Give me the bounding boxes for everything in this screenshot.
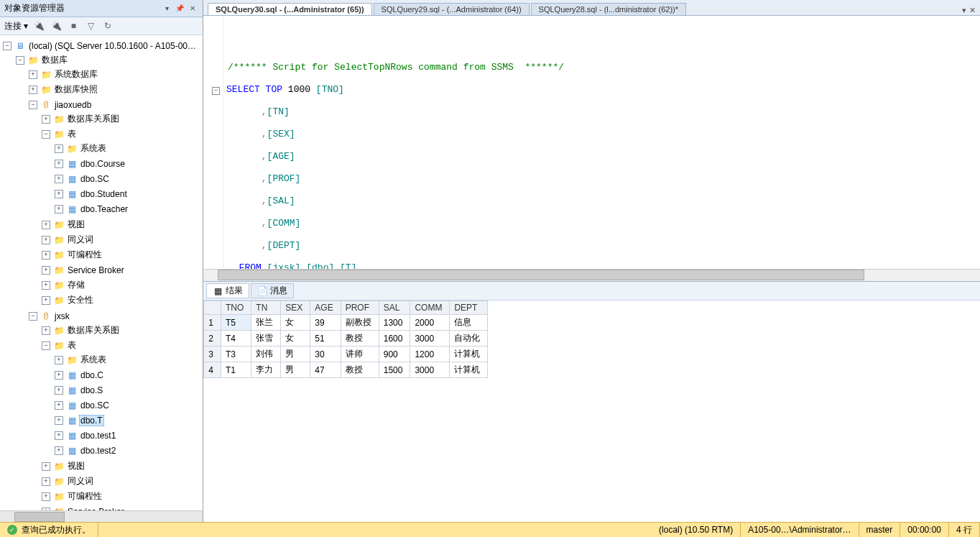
cell-sal[interactable]: 1500	[379, 362, 410, 378]
expand-toggle[interactable]: +	[42, 266, 50, 275]
cell-sex[interactable]: 男	[281, 346, 310, 362]
views-node[interactable]: 视图	[66, 219, 86, 231]
db-diagram-node[interactable]: 数据库关系图	[66, 113, 121, 125]
table-row[interactable]: 1T5张兰女39副教授13002000信息	[204, 315, 488, 331]
sql-editor[interactable]: /****** Script for SelectTopNRows comman…	[203, 16, 980, 269]
tab-results[interactable]: ▦ 结果	[206, 283, 249, 298]
table-dbo-s[interactable]: dbo.S	[79, 385, 104, 395]
expand-toggle[interactable]: +	[55, 160, 63, 168]
cell-tn[interactable]: 张雪	[251, 331, 281, 346]
cell-comm[interactable]: 3000	[410, 331, 450, 346]
cell-sal[interactable]: 900	[379, 346, 410, 362]
object-tree[interactable]: −🖥(local) (SQL Server 10.50.1600 - A105-…	[0, 35, 203, 510]
expand-toggle[interactable]: +	[42, 326, 50, 335]
col-sex[interactable]: SEX	[281, 301, 310, 315]
expand-toggle[interactable]: +	[55, 446, 63, 455]
tab-messages[interactable]: 📄 消息	[251, 283, 294, 298]
cell-tno[interactable]: T1	[221, 362, 251, 378]
expand-toggle[interactable]: +	[42, 477, 50, 486]
pin-icon[interactable]: 📌	[174, 4, 185, 14]
expand-toggle[interactable]: +	[42, 462, 50, 471]
col-tno[interactable]: TNO	[221, 301, 251, 315]
cell-age[interactable]: 39	[310, 315, 341, 331]
filter-icon[interactable]: ▽	[84, 19, 97, 32]
cell-comm[interactable]: 3000	[410, 362, 450, 378]
col-age[interactable]: AGE	[310, 301, 341, 315]
table-dbo-c[interactable]: dbo.C	[79, 370, 105, 380]
db-jiaoxuedb[interactable]: jiaoxuedb	[53, 100, 93, 110]
tab-sqlquery30[interactable]: SQLQuery30.sql - (...Administrator (65))	[208, 3, 372, 15]
synonyms-node[interactable]: 同义词	[66, 234, 95, 246]
table-row[interactable]: 3T3刘伟男30讲师9001200计算机	[204, 346, 488, 362]
cell-dept[interactable]: 计算机	[450, 362, 488, 378]
expand-toggle[interactable]: +	[55, 144, 63, 153]
security-node[interactable]: 安全性	[66, 294, 95, 306]
expand-toggle[interactable]: +	[55, 416, 63, 425]
table-dbo-t[interactable]: dbo.T	[79, 415, 104, 426]
cell-comm[interactable]: 1200	[410, 346, 450, 362]
horizontal-scrollbar[interactable]	[0, 510, 203, 522]
scroll-thumb[interactable]	[218, 270, 864, 280]
table-dbo-sc2[interactable]: dbo.SC	[79, 400, 111, 410]
cell-sex[interactable]: 女	[281, 315, 310, 331]
dropdown-icon[interactable]: ▾	[161, 4, 172, 14]
db-jxsk[interactable]: jxsk	[53, 311, 71, 321]
cell-tno[interactable]: T3	[221, 346, 251, 362]
db-diagram-node2[interactable]: 数据库关系图	[66, 324, 121, 336]
tab-dropdown-icon[interactable]: ▾	[962, 6, 966, 15]
expand-toggle[interactable]: +	[55, 175, 63, 183]
sys-tables-node[interactable]: 系统表	[79, 142, 108, 155]
programmability-node2[interactable]: 可编程性	[66, 490, 103, 502]
storage-node[interactable]: 存储	[66, 279, 86, 291]
connect-icon[interactable]: 🔌	[32, 19, 45, 32]
cell-dept[interactable]: 计算机	[450, 346, 488, 362]
tables-node2[interactable]: 表	[66, 339, 78, 352]
expand-toggle[interactable]: +	[42, 236, 50, 244]
cell-sex[interactable]: 女	[281, 331, 310, 346]
cell-tn[interactable]: 刘伟	[251, 346, 281, 362]
results-grid-container[interactable]: TNO TN SEX AGE PROF SAL COMM DEPT 1T5张兰女…	[203, 300, 980, 522]
expand-toggle[interactable]: +	[42, 251, 50, 260]
table-row[interactable]: 2T4张雪女51教授16003000自动化	[204, 331, 488, 346]
expand-toggle[interactable]: +	[55, 371, 63, 380]
expand-toggle[interactable]: −	[42, 341, 50, 350]
expand-toggle[interactable]: −	[29, 101, 37, 109]
cell-age[interactable]: 47	[310, 362, 341, 378]
table-dbo-teacher[interactable]: dbo.Teacher	[79, 204, 129, 214]
service-broker-node[interactable]: Service Broker	[66, 265, 126, 275]
server-node[interactable]: (local) (SQL Server 10.50.1600 - A105-00…	[27, 41, 198, 51]
cell-n[interactable]: 4	[204, 362, 221, 378]
close-icon[interactable]: ✕	[187, 4, 198, 14]
expand-toggle[interactable]: −	[29, 312, 37, 321]
rownum-header[interactable]	[204, 301, 221, 315]
expand-toggle[interactable]: +	[55, 356, 63, 364]
cell-prof[interactable]: 副教授	[341, 315, 379, 331]
connect-button[interactable]: 连接 ▾	[4, 20, 28, 32]
refresh-icon[interactable]: ↻	[101, 19, 114, 32]
cell-prof[interactable]: 教授	[341, 362, 379, 378]
cell-prof[interactable]: 讲师	[341, 346, 379, 362]
cell-age[interactable]: 51	[310, 331, 341, 346]
expand-toggle[interactable]: +	[42, 492, 50, 501]
expand-toggle[interactable]: −	[42, 130, 50, 139]
snapshot-node[interactable]: 数据库快照	[53, 83, 99, 96]
cell-tno[interactable]: T4	[221, 331, 251, 346]
cell-age[interactable]: 30	[310, 346, 341, 362]
sys-tables-node2[interactable]: 系统表	[79, 354, 108, 366]
scroll-thumb[interactable]	[14, 512, 65, 522]
expand-toggle[interactable]: +	[42, 115, 50, 124]
cell-n[interactable]: 3	[204, 346, 221, 362]
tables-node[interactable]: 表	[66, 128, 78, 140]
expand-toggle[interactable]: +	[29, 70, 37, 79]
cell-n[interactable]: 1	[204, 315, 221, 331]
expand-toggle[interactable]: +	[42, 281, 50, 290]
stop-icon[interactable]: ■	[67, 19, 80, 32]
expand-toggle[interactable]: +	[55, 401, 63, 410]
expand-toggle[interactable]: +	[42, 221, 50, 229]
col-prof[interactable]: PROF	[341, 301, 379, 315]
programmability-node[interactable]: 可编程性	[66, 249, 103, 261]
tab-sqlquery28[interactable]: SQLQuery28.sql - (l...dministrator (62))…	[531, 3, 686, 15]
editor-horizontal-scrollbar[interactable]	[203, 269, 980, 281]
table-dbo-student[interactable]: dbo.Student	[79, 189, 129, 199]
table-dbo-sc[interactable]: dbo.SC	[79, 174, 111, 184]
